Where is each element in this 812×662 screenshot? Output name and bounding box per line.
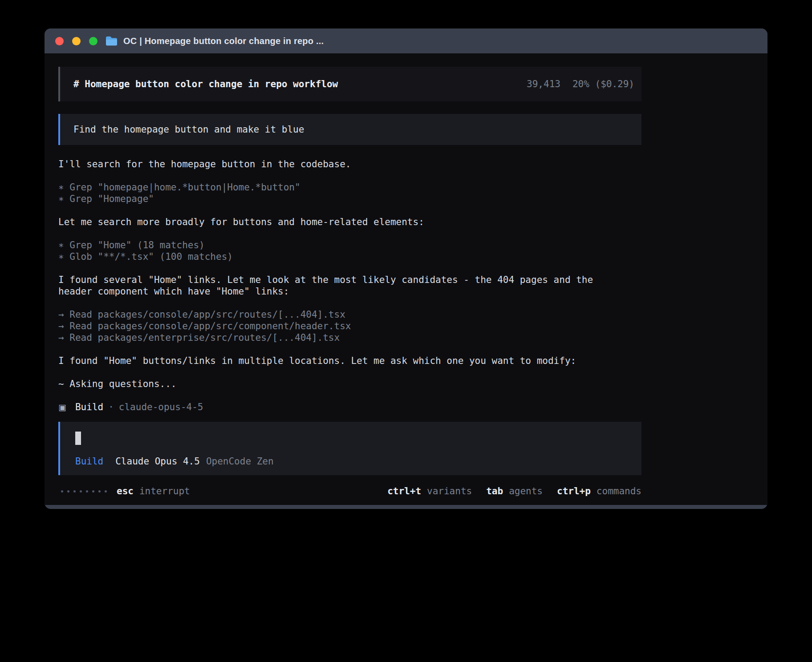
tool-call-read[interactable]: → Read packages/enterprise/src/routes/[.… — [58, 332, 641, 343]
commands-shortcut[interactable]: ctrl+p commands — [557, 486, 641, 496]
token-count: 39,413 — [527, 79, 560, 89]
assistant-text: Let me search more broadly for buttons a… — [58, 216, 641, 228]
status-bar-left: esc interrupt — [58, 486, 190, 496]
esc-label: interrupt — [139, 486, 190, 496]
input-meta: Build Claude Opus 4.5 OpenCode Zen — [75, 456, 274, 467]
commands-label: commands — [597, 486, 641, 496]
assistant-response: I'll search for the homepage button in t… — [58, 158, 641, 413]
assistant-text: I'll search for the homepage button in t… — [58, 158, 641, 170]
spinner-dot — [61, 490, 63, 492]
traffic-lights — [55, 37, 97, 45]
session-stats: 39,413 20% ($0.29) — [527, 79, 634, 89]
tool-call-glob[interactable]: ∗ Glob "**/*.tsx" (100 matches) — [58, 251, 641, 262]
status-bar-right: ctrl+t variants tab agents ctrl+p comman… — [387, 486, 641, 496]
agent-icon: ▣ — [58, 401, 66, 413]
spacer — [58, 297, 641, 309]
variants-shortcut[interactable]: ctrl+t variants — [387, 486, 472, 496]
user-message-text: Find the homepage button and make it blu… — [73, 124, 304, 135]
tool-call-grep[interactable]: ∗ Grep "Home" (18 matches) — [58, 239, 641, 251]
assistant-text: I found "Home" buttons/links in multiple… — [58, 355, 641, 367]
agent-mode-label[interactable]: Build — [75, 456, 103, 467]
tool-call-read[interactable]: → Read packages/console/app/src/routes/[… — [58, 309, 641, 320]
close-button[interactable] — [55, 37, 64, 45]
variants-key[interactable]: ctrl+t — [387, 486, 421, 496]
spinner-dot — [73, 490, 76, 492]
folder-icon — [106, 36, 118, 46]
spinner-dot — [86, 490, 88, 492]
spacer — [58, 262, 641, 274]
spinner-dot — [67, 490, 69, 492]
spacer — [58, 205, 641, 216]
tool-call-read[interactable]: → Read packages/console/app/src/componen… — [58, 320, 641, 332]
spacer — [58, 390, 641, 401]
context-usage: 20% ($0.29) — [572, 79, 634, 89]
minimize-button[interactable] — [72, 37, 81, 45]
status-bar: esc interrupt ctrl+t variants tab agents… — [58, 482, 641, 500]
agents-label: agents — [509, 486, 543, 496]
prompt-input[interactable]: Build Claude Opus 4.5 OpenCode Zen — [58, 422, 641, 475]
assistant-text: I found several "Home" links. Let me loo… — [58, 274, 610, 297]
session-title: # Homepage button color change in repo w… — [73, 79, 338, 89]
spinner-dot — [105, 490, 107, 492]
session-header: # Homepage button color change in repo w… — [58, 67, 641, 101]
text-cursor — [75, 432, 81, 445]
spinner-dot — [80, 490, 82, 492]
spinner-dot — [92, 490, 94, 492]
terminal-window: OC | Homepage button color change in rep… — [45, 28, 767, 509]
tool-call-grep[interactable]: ∗ Grep "Homepage" — [58, 193, 641, 205]
spacer — [58, 343, 641, 355]
assistant-working-status: ~ Asking questions... — [58, 378, 641, 390]
agents-key[interactable]: tab — [486, 486, 503, 496]
terminal-content: # Homepage button color change in repo w… — [45, 53, 767, 505]
interrupt-shortcut[interactable]: esc interrupt — [117, 486, 190, 496]
spacer — [58, 228, 641, 239]
agent-model: claude-opus-4-5 — [119, 401, 203, 413]
spinner-dots — [58, 490, 107, 492]
agent-status: ▣ Build · claude-opus-4-5 — [58, 401, 641, 413]
spacer — [58, 367, 641, 378]
variants-label: variants — [427, 486, 472, 496]
tool-call-grep[interactable]: ∗ Grep "homepage|home.*button|Home.*butt… — [58, 182, 641, 193]
commands-key[interactable]: ctrl+p — [557, 486, 591, 496]
spacer — [58, 170, 641, 182]
window-titlebar[interactable]: OC | Homepage button color change in rep… — [45, 28, 767, 53]
model-name-label[interactable]: Claude Opus 4.5 — [115, 456, 200, 467]
agent-name: Build — [75, 401, 103, 413]
spinner-dot — [98, 490, 101, 492]
agent-separator: · — [108, 401, 114, 413]
window-title: OC | Homepage button color change in rep… — [123, 36, 324, 46]
esc-key[interactable]: esc — [117, 486, 134, 496]
user-message: Find the homepage button and make it blu… — [58, 114, 641, 145]
agents-shortcut[interactable]: tab agents — [486, 486, 543, 496]
provider-label: OpenCode Zen — [206, 456, 274, 467]
zoom-button[interactable] — [89, 37, 97, 45]
